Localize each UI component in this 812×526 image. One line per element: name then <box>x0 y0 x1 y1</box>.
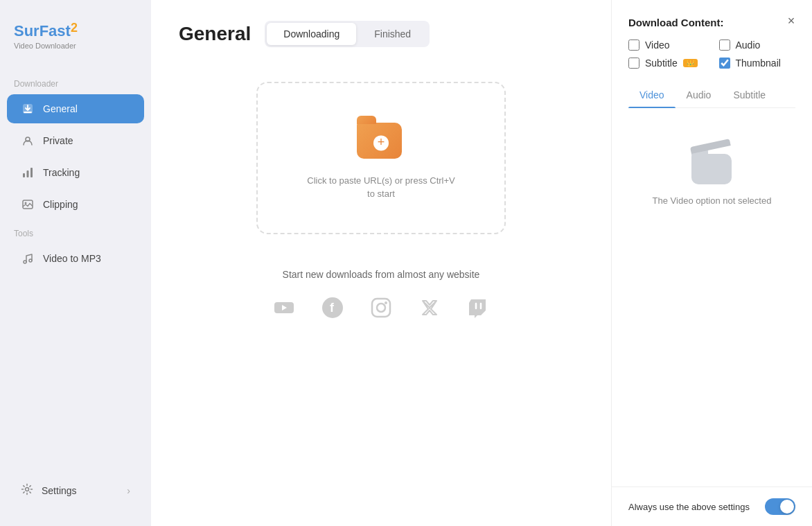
settings-label: Settings <box>42 485 77 496</box>
download-content-title: Download Content: <box>628 17 795 28</box>
thumbnail-checkbox-row: Thumbnail <box>719 58 796 69</box>
main-header: General Downloading Finished <box>151 0 611 61</box>
svg-point-15 <box>377 304 385 312</box>
main-body: + Click to paste URL(s) or press Ctrl+V … <box>151 61 611 328</box>
empty-state: The Video option not selected <box>628 122 795 234</box>
tab-finished[interactable]: Finished <box>358 23 427 45</box>
close-button[interactable]: × <box>782 11 801 30</box>
sidebar-item-tracking-label: Tracking <box>43 167 80 178</box>
premium-badge: 👑 <box>683 59 698 67</box>
svg-rect-2 <box>23 173 25 177</box>
main-content: General Downloading Finished + Click to … <box>151 0 611 526</box>
panel-tabs: Video Audio Subtitle <box>628 82 795 108</box>
video-checkbox-row: Video <box>628 40 705 51</box>
svg-rect-4 <box>30 168 33 177</box>
page-title: General <box>179 23 251 45</box>
tools-label: Tools <box>0 225 151 243</box>
folder-gray-shape <box>691 154 732 184</box>
logo: SurFast2 Video Downloader <box>14 21 137 50</box>
svg-point-6 <box>25 202 27 204</box>
websites-label: Start new downloads from almost any webs… <box>270 269 492 280</box>
thumbnail-checkbox[interactable] <box>719 58 730 69</box>
panel-tab-subtitle[interactable]: Subtitle <box>722 82 777 107</box>
empty-folder-icon <box>691 150 733 184</box>
svg-point-7 <box>24 261 26 263</box>
subtitle-label: Subtitle <box>645 58 678 69</box>
sidebar: SurFast2 Video Downloader Downloader Gen… <box>0 0 151 526</box>
logo-sur: SurFast <box>14 22 71 40</box>
twitter-icon <box>416 294 443 322</box>
tracking-icon <box>21 166 35 179</box>
settings-icon <box>21 483 33 498</box>
panel-tab-audio[interactable]: Audio <box>676 82 723 107</box>
sidebar-item-mp3-label: Video to MP3 <box>43 253 101 264</box>
sidebar-item-private[interactable]: Private <box>7 126 144 155</box>
logo-2: 2 <box>71 21 78 35</box>
video-checkbox[interactable] <box>628 40 639 51</box>
private-icon <box>21 134 35 148</box>
svg-rect-14 <box>372 299 390 317</box>
website-icons: f <box>270 294 492 322</box>
thumbnail-label: Thumbnail <box>736 58 781 69</box>
drop-zone[interactable]: + Click to paste URL(s) or press Ctrl+V … <box>256 82 506 234</box>
instagram-icon <box>367 294 395 322</box>
subtitle-checkbox[interactable] <box>628 58 639 69</box>
checkbox-grid: Video Audio Subtitle 👑 Thumbnail <box>628 40 795 69</box>
always-use-toggle[interactable] <box>765 498 795 515</box>
svg-point-8 <box>29 259 32 262</box>
audio-checkbox[interactable] <box>719 40 730 51</box>
clipping-icon <box>21 198 35 211</box>
sidebar-item-video-to-mp3[interactable]: Video to MP3 <box>7 244 144 273</box>
footer-label: Always use the above settings <box>628 502 750 512</box>
sidebar-item-clipping-label: Clipping <box>43 199 78 210</box>
facebook-icon: f <box>319 294 346 322</box>
drop-zone-text: Click to paste URL(s) or press Ctrl+V to… <box>307 174 454 201</box>
svg-point-9 <box>26 488 29 491</box>
audio-checkbox-row: Audio <box>719 40 796 51</box>
panel-tab-video[interactable]: Video <box>628 82 676 107</box>
sidebar-item-tracking[interactable]: Tracking <box>7 158 144 187</box>
sidebar-bottom: Settings › <box>0 468 151 512</box>
logo-area: SurFast2 Video Downloader <box>0 14 151 71</box>
downloader-label: Downloader <box>0 75 151 93</box>
chevron-right-icon: › <box>127 485 130 496</box>
svg-rect-3 <box>27 170 29 177</box>
panel-content: Download Content: Video Audio Subtitle 👑… <box>612 0 812 486</box>
twitch-icon <box>464 294 492 322</box>
tab-downloading[interactable]: Downloading <box>267 23 356 45</box>
music-icon <box>21 252 35 265</box>
sidebar-item-clipping[interactable]: Clipping <box>7 190 144 219</box>
settings-item[interactable]: Settings › <box>7 475 144 505</box>
drop-zone-icon: + <box>357 116 405 164</box>
sidebar-item-general-label: General <box>43 103 78 114</box>
panel-footer: Always use the above settings <box>612 486 812 526</box>
right-panel: × Download Content: Video Audio Subtitle… <box>611 0 812 526</box>
sidebar-item-general[interactable]: General <box>7 94 144 123</box>
video-label: Video <box>645 40 670 51</box>
svg-point-16 <box>385 301 387 304</box>
folder-plus-icon: + <box>373 135 389 150</box>
subtitle-checkbox-row: Subtitle 👑 <box>628 58 705 69</box>
logo-subtitle: Video Downloader <box>14 42 137 50</box>
website-section: Start new downloads from almost any webs… <box>270 269 492 322</box>
empty-state-text: The Video option not selected <box>653 195 772 206</box>
svg-text:f: f <box>330 301 335 315</box>
settings-left: Settings <box>21 483 77 498</box>
youtube-icon <box>270 294 298 322</box>
download-icon <box>21 102 35 116</box>
sidebar-item-private-label: Private <box>43 135 73 146</box>
tab-group: Downloading Finished <box>265 21 430 47</box>
audio-label: Audio <box>736 40 761 51</box>
